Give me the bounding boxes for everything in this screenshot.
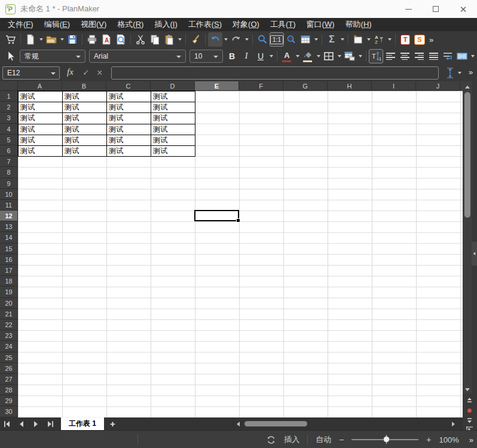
justify-button[interactable] [426, 49, 441, 63]
split-handle-button[interactable] [463, 406, 476, 415]
menu-object[interactable]: 对象(O) [227, 18, 265, 31]
cell[interactable]: 测试 [19, 145, 63, 156]
align-right-button[interactable] [412, 49, 426, 63]
fill-color-dropdown[interactable] [315, 49, 322, 63]
open-dropdown[interactable] [59, 32, 65, 47]
menu-insert[interactable]: 插入(I) [149, 18, 182, 31]
split-bottom-button[interactable] [463, 416, 476, 425]
cell[interactable]: 测试 [107, 113, 151, 124]
row-header-18[interactable]: 18 [0, 276, 18, 287]
row-header-17[interactable]: 17 [0, 265, 18, 276]
row-header-15[interactable]: 15 [0, 243, 18, 254]
cell[interactable]: 测试 [19, 102, 63, 113]
shop-button[interactable] [4, 32, 18, 47]
cell[interactable]: 测试 [63, 113, 107, 124]
menu-window[interactable]: 窗口(W) [301, 18, 340, 31]
menu-format[interactable]: 格式(R) [112, 18, 149, 31]
row-height-button[interactable] [445, 67, 455, 79]
text-orientation-button[interactable]: T1 [369, 49, 383, 63]
menu-edit[interactable]: 编辑(E) [39, 18, 75, 31]
underline-dropdown[interactable] [268, 49, 274, 63]
vertical-scrollbar[interactable] [463, 81, 472, 394]
row-header-26[interactable]: 26 [0, 363, 18, 374]
cut-button[interactable] [133, 32, 148, 47]
row-header-4[interactable]: 4 [0, 124, 18, 135]
zoom-out-button[interactable]: − [339, 435, 344, 444]
zoom-slider[interactable] [351, 439, 418, 440]
recalc-mode-indicator[interactable]: 自动 [316, 434, 331, 445]
cell[interactable]: 测试 [151, 102, 195, 113]
redo-button[interactable] [229, 32, 243, 47]
menu-file[interactable]: 文件(F) [2, 18, 39, 31]
confirm-entry-button[interactable]: ✓ [82, 68, 90, 77]
cell[interactable]: 测试 [151, 113, 195, 124]
save-button[interactable] [65, 32, 80, 47]
select-all-corner[interactable] [0, 81, 18, 91]
row-header-23[interactable]: 23 [0, 330, 18, 341]
insert-frame-button[interactable]: + [351, 32, 365, 47]
cell[interactable]: 测试 [151, 124, 195, 135]
wrap-text-button[interactable] [441, 49, 455, 63]
paste-dropdown[interactable] [176, 32, 183, 47]
scroll-down-button[interactable] [463, 385, 472, 394]
copy-button[interactable] [148, 32, 162, 47]
table-view-button[interactable] [298, 32, 313, 47]
autosum-button[interactable]: Σ [325, 32, 339, 47]
sort-dropdown[interactable] [386, 32, 393, 47]
row-header-13[interactable]: 13 [0, 221, 18, 232]
horizontal-scrollbar-thumb[interactable] [244, 421, 307, 426]
cell[interactable]: 测试 [107, 92, 151, 102]
cell[interactable]: 测试 [19, 135, 63, 145]
column-header-C[interactable]: C [106, 81, 151, 91]
cell-format-dropdown[interactable] [357, 49, 363, 63]
sidebar-expander[interactable] [472, 242, 477, 266]
bold-button[interactable]: B [225, 49, 239, 63]
cell[interactable]: 测试 [19, 124, 63, 135]
column-header-E[interactable]: E [195, 81, 239, 91]
font-name-select[interactable]: Arial [89, 50, 186, 63]
name-box[interactable]: E12 [2, 66, 60, 80]
font-color-button[interactable]: A [280, 49, 294, 63]
cell[interactable]: 测试 [151, 92, 195, 102]
cell[interactable]: 测试 [19, 92, 63, 102]
cell-style-select[interactable]: 常规 [20, 50, 85, 63]
row-header-19[interactable]: 19 [0, 287, 18, 297]
font-color-dropdown[interactable] [294, 49, 301, 63]
align-center-button[interactable] [398, 49, 412, 63]
menu-help[interactable]: 帮助(H) [340, 18, 377, 31]
sort-button[interactable]: AZ [372, 32, 386, 47]
formula-overflow-button[interactable]: » [469, 68, 473, 77]
column-header-F[interactable]: F [239, 81, 283, 91]
cell[interactable]: 测试 [107, 102, 151, 113]
new-document-button[interactable] [23, 32, 38, 47]
scroll-right-button[interactable] [449, 417, 457, 430]
row-header-2[interactable]: 2 [0, 102, 18, 112]
row-header-5[interactable]: 5 [0, 135, 18, 145]
toolbar-overflow-button[interactable]: » [429, 35, 433, 44]
redo-dropdown[interactable] [243, 32, 250, 47]
cell[interactable]: 测试 [151, 135, 195, 145]
row-header-10[interactable]: 10 [0, 189, 18, 200]
scroll-left-button[interactable] [234, 417, 242, 430]
cell[interactable]: 测试 [63, 124, 107, 135]
column-header-J[interactable]: J [416, 81, 460, 91]
cancel-entry-button[interactable]: × [97, 68, 102, 78]
last-sheet-button[interactable] [43, 417, 57, 430]
presentations-button[interactable]: S [412, 32, 427, 47]
insert-frame-dropdown[interactable] [365, 32, 372, 47]
row-header-22[interactable]: 22 [0, 319, 18, 330]
paste-button[interactable] [162, 32, 176, 47]
first-sheet-button[interactable] [0, 417, 14, 430]
row-header-14[interactable]: 14 [0, 232, 18, 243]
open-button[interactable] [44, 32, 59, 47]
formula-input[interactable] [111, 66, 439, 80]
cell[interactable]: 测试 [107, 124, 151, 135]
cell[interactable]: 测试 [151, 145, 195, 156]
row-header-11[interactable]: 11 [0, 200, 18, 211]
sheet-tab-worksheet-1[interactable]: 工作表 1 [61, 417, 104, 430]
cell[interactable]: 测试 [63, 135, 107, 145]
column-header-H[interactable]: H [328, 81, 372, 91]
column-header-B[interactable]: B [62, 81, 106, 91]
new-document-dropdown[interactable] [38, 32, 44, 47]
status-overflow-button[interactable]: » [469, 435, 473, 444]
